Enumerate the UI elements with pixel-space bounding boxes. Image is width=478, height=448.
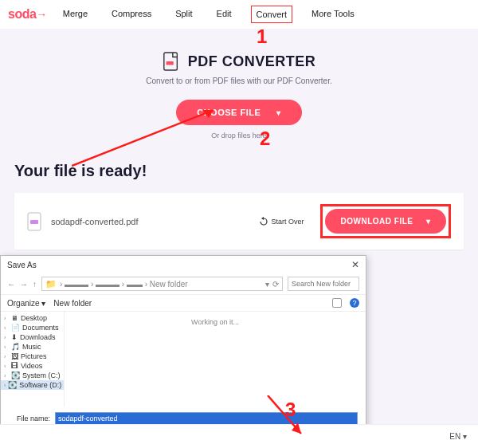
tree-item[interactable]: ›🎵Music <box>1 342 64 352</box>
dialog-body: ›🖥Desktop›📄Documents›⬇Downloads›🎵Music›🖼… <box>1 312 366 407</box>
dialog-title: Save As <box>7 261 37 269</box>
brand-arrow-icon: → <box>36 8 47 21</box>
help-icon[interactable]: ? <box>350 298 359 308</box>
dialog-titlebar: Save As ✕ <box>1 256 366 273</box>
save-as-dialog: Save As ✕ ← → ↑ 📁 › ▬▬▬ › ▬▬▬ › ▬▬ › New… <box>0 255 366 448</box>
new-folder-button[interactable]: New folder <box>53 299 92 308</box>
nav-edit[interactable]: Edit <box>212 6 237 23</box>
file-name-label: File name: <box>9 415 50 422</box>
brand-name: soda <box>8 7 36 21</box>
file-name-input[interactable] <box>55 412 358 425</box>
brand-logo[interactable]: soda→ <box>8 7 47 22</box>
download-file-button[interactable]: DOWNLOAD FILE ▾ <box>325 209 446 234</box>
organize-menu[interactable]: Organize ▾ <box>7 299 45 308</box>
hero-section: PDF CONVERTER Convert to or from PDF fil… <box>0 29 478 147</box>
choose-file-button[interactable]: CHOOSE FILE ▾ <box>176 100 302 125</box>
page-footer: EN ▾ <box>0 424 478 448</box>
address-bar[interactable]: 📁 › ▬▬▬ › ▬▬▬ › ▬▬ › New folder ▾ ⟳ <box>41 277 283 291</box>
nav-convert[interactable]: Convert <box>251 6 293 23</box>
tree-item[interactable]: ›⬇Downloads <box>1 332 64 342</box>
tree-item[interactable]: ›💽Software (D:) <box>1 380 64 390</box>
folder-icon: 📁 <box>45 279 57 289</box>
breadcrumb: › ▬▬▬ › ▬▬▬ › ▬▬ › New folder <box>60 280 188 289</box>
nav-split[interactable]: Split <box>170 6 197 23</box>
choose-file-label: CHOOSE FILE <box>197 108 261 117</box>
chevron-down-icon: ▾ <box>276 108 281 117</box>
ready-section: Your file is ready! sodapdf-converted.pd… <box>0 147 478 250</box>
converted-file-name: sodapdf-converted.pdf <box>51 217 251 226</box>
forward-icon[interactable]: → <box>20 280 28 289</box>
search-input[interactable] <box>288 277 359 291</box>
hero-subtitle: Convert to or from PDF files with our PD… <box>0 77 478 85</box>
language-selector[interactable]: EN ▾ <box>449 432 467 441</box>
close-icon[interactable]: ✕ <box>351 259 359 270</box>
main-nav: Merge Compress Split Edit Convert More T… <box>58 6 359 23</box>
view-options-icon[interactable] <box>332 298 342 308</box>
svg-rect-1 <box>166 61 173 65</box>
start-over-label: Start Over <box>272 218 304 226</box>
nav-arrows: ← → ↑ <box>7 280 37 289</box>
folder-tree: ›🖥Desktop›📄Documents›⬇Downloads›🎵Music›🖼… <box>1 312 65 407</box>
file-pdf-icon <box>27 212 43 231</box>
file-card: sodapdf-converted.pdf Start Over DOWNLOA… <box>14 193 464 250</box>
tree-item[interactable]: ›🖼Pictures <box>1 352 64 361</box>
tree-item[interactable]: ›📄Documents <box>1 323 64 332</box>
dialog-nav-row: ← → ↑ 📁 › ▬▬▬ › ▬▬▬ › ▬▬ › New folder ▾ … <box>1 273 366 295</box>
start-over-button[interactable]: Start Over <box>259 217 304 226</box>
nav-more-tools[interactable]: More Tools <box>307 6 359 23</box>
refresh-icon[interactable]: ⟳ <box>272 280 279 289</box>
pdf-document-icon <box>163 51 180 72</box>
download-highlight-box: DOWNLOAD FILE ▾ <box>320 204 451 238</box>
top-bar: soda→ Merge Compress Split Edit Convert … <box>0 0 478 29</box>
dialog-toolbar: Organize ▾ New folder ? <box>1 295 366 312</box>
back-icon[interactable]: ← <box>7 280 15 289</box>
tree-item[interactable]: ›🖥Desktop <box>1 313 64 323</box>
restart-icon <box>259 217 268 226</box>
nav-merge[interactable]: Merge <box>58 6 92 23</box>
svg-rect-3 <box>30 220 38 224</box>
working-text: Working on it... <box>191 318 239 326</box>
download-label: DOWNLOAD FILE <box>341 217 413 226</box>
drop-hint: Or drop files here <box>0 132 478 140</box>
ready-title: Your file is ready! <box>14 162 464 180</box>
nav-compress[interactable]: Compress <box>107 6 156 23</box>
up-icon[interactable]: ↑ <box>33 280 37 289</box>
hero-title: PDF CONVERTER <box>188 53 316 70</box>
chevron-down-icon[interactable]: ▾ <box>265 280 269 289</box>
tree-item[interactable]: ›💽System (C:) <box>1 371 64 380</box>
content-pane: Working on it... <box>65 312 366 407</box>
chevron-down-icon: ▾ <box>426 217 431 226</box>
tree-item[interactable]: ›🎞Videos <box>1 361 64 371</box>
